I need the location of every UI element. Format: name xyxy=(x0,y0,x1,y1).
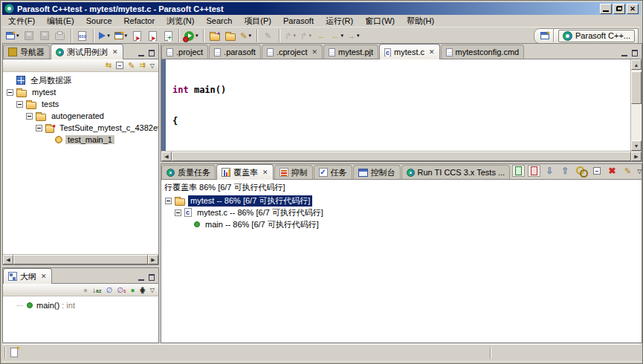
menu-help[interactable]: 帮助(H) xyxy=(401,15,440,27)
maximize-editor-button[interactable] xyxy=(631,50,639,56)
menu-run[interactable]: 运行(R) xyxy=(320,15,359,27)
focus-icon[interactable]: ● xyxy=(83,286,88,294)
menu-file[interactable]: 文件(F) xyxy=(2,15,41,27)
menu-refactor[interactable]: Refactor xyxy=(118,16,161,26)
scrollbar-thumb[interactable] xyxy=(172,152,631,161)
test-wizard-button[interactable]: ✦▾ xyxy=(113,28,129,43)
back-button[interactable]: ←▾ xyxy=(330,28,346,43)
tree-item-mytest[interactable]: mytest xyxy=(3,86,158,98)
close-tab-icon[interactable]: ✕ xyxy=(111,48,118,56)
perspective-button-parasoft[interactable]: Parasoft C++... xyxy=(558,30,635,42)
menu-parasoft[interactable]: Parasoft xyxy=(277,16,320,26)
maximize-view-button[interactable] xyxy=(148,50,155,56)
save-as-button[interactable] xyxy=(37,28,52,43)
close-tab-icon[interactable]: ✕ xyxy=(427,48,435,56)
clear-coverage-button[interactable]: ✖ xyxy=(606,165,618,177)
hide-static-icon[interactable]: ∅s xyxy=(117,286,126,294)
next-covered-file-button[interactable] xyxy=(512,165,525,177)
menu-window[interactable]: 窗口(W) xyxy=(359,15,401,27)
code-editor[interactable]: int main() { int a,b,c; a = 10; b= 12; c… xyxy=(166,59,630,151)
next-item-button[interactable]: ⇩ xyxy=(543,165,556,177)
tab-cproject-file[interactable]: .cproject ✕ xyxy=(262,45,323,59)
menu-search[interactable]: Search xyxy=(200,16,238,26)
scroll-up-icon[interactable]: ▲ xyxy=(631,59,642,70)
navigator-horizontal-scrollbar[interactable]: ◀ ▶ xyxy=(3,254,158,264)
run-test-button[interactable]: ▾ xyxy=(183,28,200,43)
tab-quality-tasks[interactable]: 质量任务 xyxy=(161,165,216,179)
sort-icon[interactable]: ↓az xyxy=(92,286,101,294)
open-perspective-icon[interactable]: ✦ xyxy=(540,32,549,39)
expander-icon[interactable] xyxy=(7,89,13,96)
external-tools-button[interactable]: ↱▾ xyxy=(299,28,314,43)
binary-file-button[interactable]: 010 xyxy=(75,28,90,43)
coverage-item-mytest-c[interactable]: c mytest.c -- 86% [6/7 可执行代码行] xyxy=(161,207,642,218)
tab-tasks[interactable]: ✓ 任务 xyxy=(314,165,352,179)
menu-navigate[interactable]: 浏览(N) xyxy=(161,15,200,27)
prev-item-button[interactable]: ⇧ xyxy=(559,165,572,177)
tab-parasoft-file[interactable]: .parasoft xyxy=(209,45,261,59)
minimize-view-button[interactable] xyxy=(138,50,145,56)
close-tab-icon[interactable]: ✕ xyxy=(39,273,47,280)
last-edit-location-button[interactable]: ← xyxy=(314,28,329,43)
print-button[interactable] xyxy=(53,28,68,43)
restore-window-button[interactable] xyxy=(613,4,625,14)
tree-item-tests[interactable]: tests xyxy=(3,98,158,110)
maximize-view-button[interactable] xyxy=(148,274,155,281)
suppressions-button[interactable] xyxy=(575,165,587,177)
prev-covered-file-button[interactable] xyxy=(528,165,540,177)
expander-icon[interactable] xyxy=(16,101,23,108)
hash-filter-icon[interactable]: ⋕ xyxy=(139,286,145,294)
open-folder-button[interactable] xyxy=(223,28,238,43)
tab-mytestconfig-cmd[interactable]: mytestconfig.cmd xyxy=(441,45,525,59)
outline-item-main[interactable]: — main() : int xyxy=(3,296,158,310)
scrollbar-thumb[interactable] xyxy=(13,255,148,264)
tree-item-test-main-1[interactable]: test_main_1 xyxy=(3,134,158,146)
coverage-item-main[interactable]: main -- 86% [6/7 可执行代码行] xyxy=(161,218,642,230)
tree-item-testsuite[interactable]: ● TestSuite_mytest_c_4382efe: xyxy=(3,122,158,134)
tab-test-case-explorer[interactable]: 测试用例浏 ✕ xyxy=(51,44,123,59)
view-menu-icon[interactable]: ▽ xyxy=(150,62,155,69)
scroll-left-icon[interactable]: ◀ xyxy=(161,152,172,161)
open-wizard-folder-button[interactable]: ✦ xyxy=(207,28,222,43)
editor-horizontal-scrollbar[interactable]: ◀ ▶ xyxy=(161,151,642,161)
menu-source[interactable]: Source xyxy=(80,16,118,26)
tab-coverage[interactable]: 覆盖率 ✕ xyxy=(216,164,274,180)
tree-item-global-data-source[interactable]: 全局数据源 xyxy=(3,74,158,86)
view-menu-icon[interactable]: ▽ xyxy=(150,287,155,293)
filter-icon[interactable]: ⇉ xyxy=(139,62,145,69)
minimize-view-button[interactable] xyxy=(138,274,145,281)
public-only-icon[interactable]: ● xyxy=(130,286,135,294)
expander-icon[interactable] xyxy=(175,209,181,216)
format-brush-button[interactable]: ✎▾ xyxy=(239,28,253,43)
new-test-button[interactable]: + xyxy=(161,28,175,43)
menu-project[interactable]: 项目(P) xyxy=(238,15,277,27)
new-wizard-status-icon[interactable]: ✦ xyxy=(10,348,18,359)
expander-icon[interactable] xyxy=(26,113,33,120)
tab-run-ti-ccs-tests[interactable]: Run TI CCS 3.x Tests ... xyxy=(401,165,511,179)
tab-mytest-c[interactable]: c mytest.c ✕ xyxy=(379,44,440,59)
close-tab-icon[interactable]: ✕ xyxy=(261,169,268,176)
collapse-all-button[interactable] xyxy=(590,165,603,177)
menu-edit[interactable]: 编辑(E) xyxy=(41,15,80,27)
tab-console[interactable]: 控制台 xyxy=(353,165,401,179)
run-last-tool-button[interactable]: ↱▾ xyxy=(283,28,298,43)
tab-mytest-pjt[interactable]: mytest.pjt xyxy=(323,45,378,59)
new-wizard-button[interactable]: ✦▾ xyxy=(4,28,21,43)
expander-icon[interactable] xyxy=(36,125,42,131)
forward-button[interactable]: →▾ xyxy=(346,28,361,43)
scroll-right-icon[interactable]: ▶ xyxy=(148,255,158,264)
scroll-left-icon[interactable]: ◀ xyxy=(3,255,13,264)
run-brush-icon[interactable]: ✎ xyxy=(128,61,135,71)
scroll-right-icon[interactable]: ▶ xyxy=(631,152,642,161)
view-menu-icon[interactable]: ▽ xyxy=(637,168,642,175)
scrollbar-thumb[interactable] xyxy=(631,71,642,104)
close-tab-icon[interactable]: ✕ xyxy=(310,48,317,56)
scroll-down-icon[interactable]: ▼ xyxy=(631,140,642,151)
minimize-editor-button[interactable] xyxy=(621,50,628,56)
run-button[interactable]: ▾ xyxy=(97,28,112,43)
expander-icon[interactable] xyxy=(165,198,172,204)
save-button[interactable] xyxy=(22,28,36,43)
collapse-all-icon[interactable] xyxy=(116,62,123,69)
tree-item-autogenerated[interactable]: autogenerated xyxy=(3,110,158,122)
test-history-button[interactable]: ▸ xyxy=(145,28,160,43)
